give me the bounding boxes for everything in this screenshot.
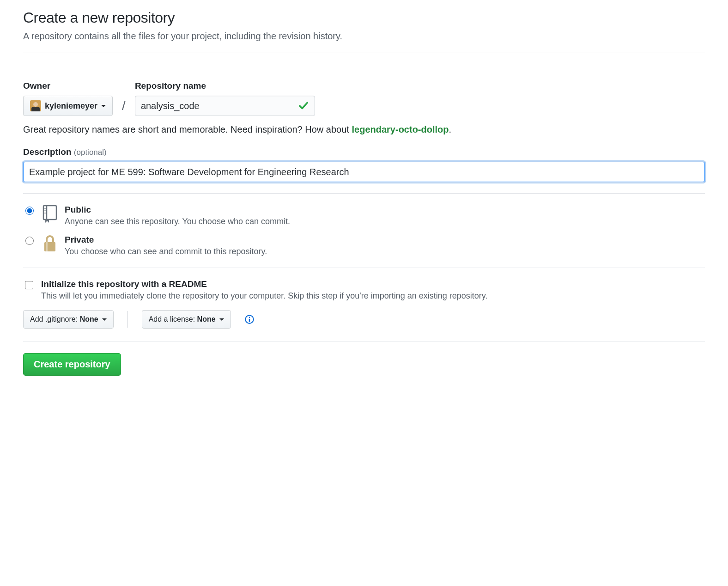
private-radio[interactable] — [25, 237, 34, 245]
avatar-icon — [30, 100, 41, 111]
license-select-button[interactable]: Add a license: None — [142, 310, 231, 329]
public-label: Public — [65, 205, 290, 215]
caret-down-icon — [101, 105, 106, 107]
description-label: Description (optional) — [23, 147, 705, 157]
svg-rect-5 — [44, 242, 55, 251]
gitignore-select-button[interactable]: Add .gitignore: None — [23, 310, 114, 329]
private-label: Private — [65, 235, 267, 245]
svg-point-4 — [44, 213, 45, 214]
lock-icon — [42, 235, 58, 253]
owner-label: Owner — [23, 81, 113, 91]
svg-rect-0 — [43, 206, 56, 220]
section-divider — [23, 193, 705, 194]
page-subtitle: A repository contains all the files for … — [23, 31, 705, 42]
optional-tag: (optional) — [74, 148, 107, 157]
private-desc: You choose who can see and commit to thi… — [65, 247, 267, 256]
section-divider — [23, 268, 705, 268]
suggestion-link[interactable]: legendary-octo-dollop — [352, 124, 449, 134]
info-icon[interactable] — [245, 315, 254, 324]
svg-point-2 — [44, 208, 45, 209]
svg-point-3 — [44, 210, 45, 211]
owner-select-button[interactable]: kyleniemeyer — [23, 96, 113, 116]
page-title: Create a new repository — [23, 9, 705, 26]
readme-checkbox[interactable] — [25, 281, 33, 289]
description-input[interactable] — [23, 162, 705, 182]
repo-name-label: Repository name — [135, 81, 315, 91]
repo-public-icon — [42, 205, 58, 223]
section-divider — [23, 342, 705, 342]
repo-name-input[interactable] — [135, 96, 315, 116]
readme-desc: This will let you immediately clone the … — [41, 291, 488, 301]
name-hint: Great repository names are short and mem… — [23, 124, 705, 135]
slash-separator: / — [122, 98, 126, 116]
check-icon — [298, 101, 309, 111]
vertical-divider — [127, 311, 128, 328]
svg-point-9 — [249, 317, 250, 318]
caret-down-icon — [219, 318, 224, 321]
public-radio[interactable] — [25, 207, 34, 215]
readme-label: Initialize this repository with a README — [41, 279, 488, 289]
svg-rect-6 — [46, 242, 48, 251]
section-divider — [23, 53, 705, 53]
create-repository-button[interactable]: Create repository — [23, 353, 121, 376]
owner-username: kyleniemeyer — [45, 101, 97, 111]
caret-down-icon — [102, 318, 107, 321]
public-desc: Anyone can see this repository. You choo… — [65, 217, 290, 226]
